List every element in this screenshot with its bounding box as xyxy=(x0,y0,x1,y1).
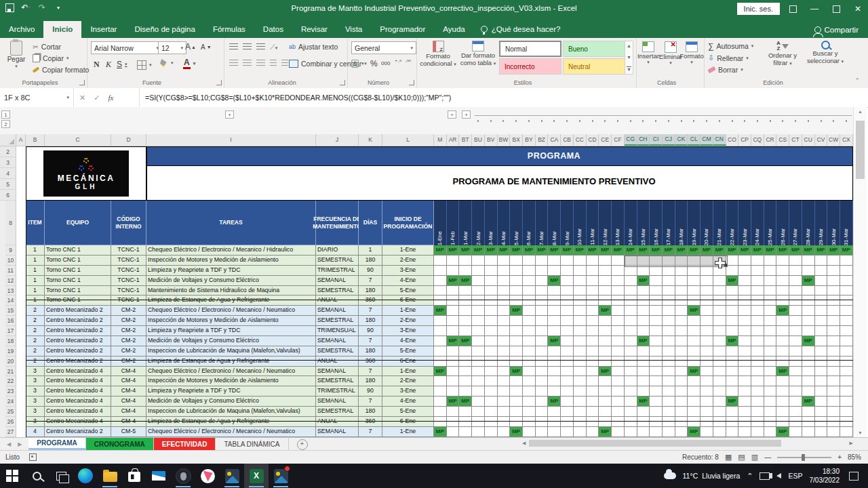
cell-28-Mar-mp[interactable]: MP xyxy=(802,276,815,286)
cell-23-Mar[interactable] xyxy=(738,367,751,377)
cell-10-Mar[interactable] xyxy=(574,256,587,266)
cell-item[interactable]: 2 xyxy=(26,306,45,316)
cell-25-Mar[interactable] xyxy=(764,367,777,377)
cell-22-Mar[interactable] xyxy=(726,417,739,427)
cell-2-Mar[interactable] xyxy=(472,326,485,336)
cell-9-Mar[interactable] xyxy=(561,346,574,357)
cell-6-Mar[interactable] xyxy=(523,386,536,396)
cell-29-Mar[interactable] xyxy=(815,376,828,386)
cell-tarea[interactable]: Inspección de Motores y Medición de Aisl… xyxy=(146,376,316,386)
cell-16-Mar[interactable] xyxy=(650,286,663,296)
cell-31-Mar-mp[interactable]: MP xyxy=(840,245,853,256)
cell-13-Mar[interactable] xyxy=(612,407,625,417)
date-header-30-Mar[interactable]: 30-Mar xyxy=(827,201,840,245)
cell-11-Mar[interactable] xyxy=(587,296,599,306)
cell-codigo[interactable]: CM-4 xyxy=(111,386,146,396)
cell-14-Mar[interactable] xyxy=(625,276,637,286)
cell-1-Ene[interactable] xyxy=(434,266,447,276)
cell-24-Mar-mp[interactable]: MP xyxy=(751,245,764,256)
cell-1-Ene-mp[interactable]: MP xyxy=(434,427,447,437)
cell-codigo[interactable]: CM-2 xyxy=(111,357,146,367)
cell-8-Mar[interactable] xyxy=(548,407,561,417)
cell-30-Mar[interactable] xyxy=(827,326,840,336)
cell-24-Mar[interactable] xyxy=(751,427,764,437)
row-header-19[interactable]: 19 xyxy=(5,346,16,357)
cell-tarea[interactable]: Inspección de Motores y Medición de Aisl… xyxy=(146,316,316,326)
cell-11-Mar[interactable] xyxy=(587,367,599,377)
sheet-tab-tabla-din-mica[interactable]: TABLA DINÁMICA xyxy=(216,438,288,450)
cell-18-Mar[interactable] xyxy=(675,336,688,346)
cell-23-Mar[interactable] xyxy=(738,376,751,386)
date-header-11-Mar[interactable]: 11-Mar xyxy=(587,201,599,245)
cell-item[interactable]: 3 xyxy=(26,376,45,386)
cell-22-Mar[interactable] xyxy=(726,367,739,377)
cell-5-Mar-mp[interactable]: MP xyxy=(510,367,523,377)
cell-inicio[interactable]: 2-Ene xyxy=(382,256,434,266)
column-header-CH[interactable]: CH xyxy=(637,134,650,146)
cell-29-Mar[interactable] xyxy=(815,316,828,326)
cell-dias[interactable]: 360 xyxy=(359,296,382,306)
cell-5-Mar[interactable] xyxy=(510,326,523,336)
cell-24-Mar[interactable] xyxy=(751,256,764,266)
date-header-1-Mar[interactable]: 1-Mar xyxy=(459,201,472,245)
cell-24-Mar[interactable] xyxy=(751,396,764,407)
cell-21-Mar[interactable] xyxy=(713,427,726,437)
cell-1-Ene[interactable] xyxy=(434,326,447,336)
cell-19-Mar[interactable] xyxy=(688,346,701,357)
cell-9-Mar[interactable] xyxy=(561,316,574,326)
tab-datos[interactable]: Datos xyxy=(254,21,292,38)
cell-27-Mar[interactable] xyxy=(789,266,802,276)
cell-14-Mar[interactable] xyxy=(625,326,637,336)
date-header-22-Mar[interactable]: 22-Mar xyxy=(726,201,739,245)
cell-30-Mar[interactable] xyxy=(827,407,840,417)
cell-8-Mar[interactable] xyxy=(548,286,561,296)
cell-12-Mar-mp[interactable]: MP xyxy=(599,427,612,437)
italic-button[interactable]: K xyxy=(106,60,111,70)
row-header-10[interactable]: 10 xyxy=(5,256,16,266)
cell-1-Mar[interactable] xyxy=(459,417,472,427)
cell-1-Feb[interactable] xyxy=(447,427,460,437)
column-header-BT[interactable]: BT xyxy=(459,134,472,146)
cell-equipo[interactable]: Centro Mecanizado 2 xyxy=(45,306,111,316)
cell-27-Mar[interactable] xyxy=(789,396,802,407)
cell-14-Mar[interactable] xyxy=(625,417,637,427)
align-bottom-icon[interactable] xyxy=(256,43,265,51)
cell-29-Mar[interactable] xyxy=(815,357,828,367)
cell-13-Mar[interactable] xyxy=(612,367,625,377)
cell-tarea[interactable]: Medición de Voltajes y Consumo Eléctrico xyxy=(146,276,316,286)
cell-23-Mar[interactable] xyxy=(738,306,751,316)
cell-30-Mar[interactable] xyxy=(827,376,840,386)
cell-20-Mar[interactable] xyxy=(701,417,713,427)
cell-equipo[interactable]: Centro Mecanizado 2 xyxy=(45,326,111,336)
cell-8-Mar-mp[interactable]: MP xyxy=(548,336,561,346)
date-header-29-Mar[interactable]: 29-Mar xyxy=(815,201,828,245)
cell-15-Mar[interactable] xyxy=(637,407,650,417)
cell-1-Feb[interactable] xyxy=(447,306,460,316)
cell-4-Mar[interactable] xyxy=(498,306,511,316)
cell-6-Mar[interactable] xyxy=(523,316,536,326)
cell-19-Mar[interactable] xyxy=(688,326,701,336)
cell-dias[interactable]: 180 xyxy=(359,316,382,326)
cell-2-Mar[interactable] xyxy=(472,306,485,316)
cell-freq[interactable]: SEMESTRAL xyxy=(316,286,359,296)
cell-20-Mar[interactable] xyxy=(701,306,713,316)
cell-7-Mar[interactable] xyxy=(536,286,549,296)
cell-26-Mar[interactable] xyxy=(776,336,789,346)
cell-24-Mar[interactable] xyxy=(751,306,764,316)
decrease-decimal-button[interactable]: ·⁰⁰ xyxy=(405,59,411,65)
cell-27-Mar[interactable] xyxy=(789,357,802,367)
cell-16-Mar-mp[interactable]: MP xyxy=(650,245,663,256)
cell-2-Mar[interactable] xyxy=(472,296,485,306)
cell-inicio[interactable]: 5-Ene xyxy=(382,286,434,296)
borders-button[interactable]: ▾ xyxy=(137,60,152,70)
cell-dias[interactable]: 7 xyxy=(359,427,382,437)
row-header-8[interactable]: 8 xyxy=(5,201,16,245)
close-button[interactable]: ✕ xyxy=(848,0,868,18)
cell-freq[interactable]: SEMANAL xyxy=(316,396,359,407)
cell-8-Mar[interactable] xyxy=(548,346,561,357)
cell-22-Mar[interactable] xyxy=(726,407,739,417)
cell-15-Mar[interactable] xyxy=(637,367,650,377)
cell-18-Mar[interactable] xyxy=(675,266,688,276)
cell-equipo[interactable]: Centro Mecanizado 2 xyxy=(45,357,111,367)
cell-21-Mar[interactable] xyxy=(713,276,726,286)
